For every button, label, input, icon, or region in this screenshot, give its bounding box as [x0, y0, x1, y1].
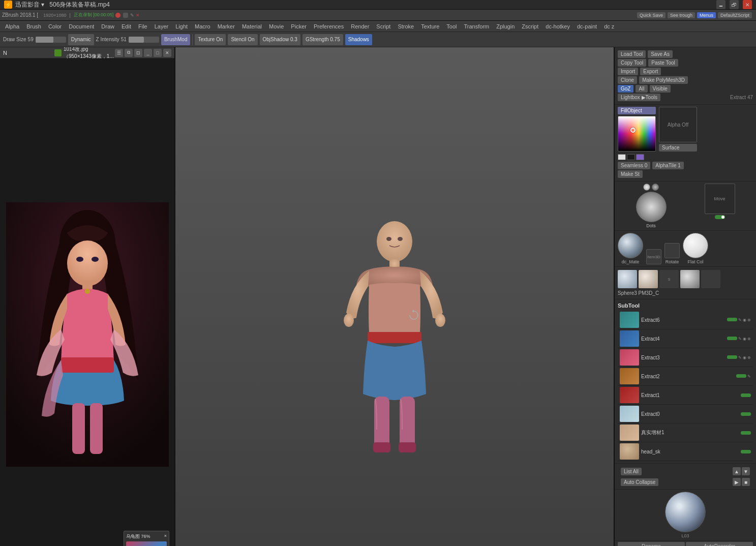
swatch-black[interactable]: [627, 154, 635, 160]
dots-brush-1[interactable]: [643, 184, 650, 191]
list-all-btn[interactable]: List All: [621, 468, 642, 475]
make-polymesh-btn[interactable]: Make PolyMesh3D: [639, 76, 688, 84]
lp-menu-btn[interactable]: ☰: [115, 49, 123, 57]
menu-macro[interactable]: Macro: [192, 21, 214, 32]
subtool-item-extract1[interactable]: Extract1: [618, 386, 753, 405]
dc-mate-sphere[interactable]: [618, 233, 643, 258]
flat-col-sphere[interactable]: [683, 233, 708, 258]
subtool-item-extract3[interactable]: Extract3 ✎ ◉ ⊕: [618, 348, 753, 367]
subtool-item-extract4[interactable]: Extract4 ✎ ◉ ⊕: [618, 329, 753, 348]
save-as-btn[interactable]: Save As: [648, 50, 673, 58]
g-strength-btn[interactable]: GStrength 0.75: [303, 34, 343, 45]
color-picker-area[interactable]: [618, 116, 656, 151]
rotate-small-btn[interactable]: [664, 243, 680, 258]
fill-object-btn[interactable]: FillObject: [618, 107, 656, 114]
subtool-item-head[interactable]: head_sk: [618, 442, 753, 461]
make-st-btn[interactable]: Make St: [618, 170, 643, 178]
menu-stroke[interactable]: Stroke: [395, 21, 417, 32]
menu-texture[interactable]: Texture: [418, 21, 442, 32]
menu-material[interactable]: Material: [239, 21, 265, 32]
e0-toggle[interactable]: [741, 412, 751, 416]
auto-down-btn[interactable]: ■: [742, 478, 750, 486]
thumb-close[interactable]: ×: [164, 533, 167, 540]
e4-toggle[interactable]: [727, 337, 737, 340]
lp-minimize-btn[interactable]: _: [144, 49, 152, 57]
lp-maximize-btn[interactable]: ⊡: [134, 49, 142, 57]
menu-movie[interactable]: Movie: [266, 21, 287, 32]
close-btn[interactable]: ✕: [743, 0, 752, 9]
lightbox-tools-btn[interactable]: Lightbox ▶Tools: [618, 94, 660, 101]
stencil-on-btn[interactable]: Stencil On: [228, 34, 257, 45]
menu-marker[interactable]: Marker: [215, 21, 238, 32]
menu-light[interactable]: Light: [172, 21, 191, 32]
simple-b-thumb[interactable]: [680, 270, 700, 288]
goz-btn[interactable]: GoZ: [618, 85, 633, 93]
e2-toggle[interactable]: [736, 374, 746, 378]
copy-tool-btn[interactable]: Copy Tool: [618, 59, 646, 67]
subtool-item-extract2[interactable]: Extract2 ✎: [618, 367, 753, 386]
paste-tool-btn[interactable]: Paste Tool: [648, 59, 678, 67]
alpha-off-box[interactable]: Alpha Off: [659, 107, 697, 142]
import-btn[interactable]: Import: [618, 68, 638, 75]
draw-size-slider[interactable]: [36, 37, 66, 43]
default-zscript-btn[interactable]: DefaultZScript: [718, 12, 752, 18]
menu-zscript[interactable]: Zscript: [519, 21, 541, 32]
surface-btn[interactable]: Surface: [659, 144, 697, 151]
texture-on-btn[interactable]: Texture On: [195, 34, 226, 45]
clone-btn[interactable]: Clone: [618, 76, 637, 84]
real1-toggle[interactable]: [741, 431, 751, 435]
shadows-btn[interactable]: Shadows: [345, 34, 372, 45]
obj-shadow-btn[interactable]: ObjShadow 0.3: [260, 34, 300, 45]
quick-save-btn[interactable]: Quick Save: [637, 12, 666, 18]
menu-dc-paint[interactable]: dc-paint: [574, 21, 600, 32]
subtool-item-real1[interactable]: 真实增材1: [618, 423, 753, 442]
menu-layer[interactable]: Layer: [152, 21, 172, 32]
e6-icon1[interactable]: ✎: [738, 318, 742, 322]
move-toggle[interactable]: [715, 215, 725, 219]
e6-icon2[interactable]: ◉: [743, 318, 746, 322]
menu-alpha[interactable]: Alpha: [2, 21, 22, 32]
menu-document[interactable]: Document: [66, 21, 97, 32]
auto-up-btn[interactable]: ▶: [733, 478, 741, 486]
item3d-btn[interactable]: Item3D: [646, 249, 661, 264]
restore-btn[interactable]: 🗗: [730, 0, 739, 9]
dynamic-btn[interactable]: Dynamic: [68, 34, 94, 45]
subtool-item-extract6[interactable]: Extract6 ✎ ◉ ⊕: [618, 311, 753, 329]
menu-render[interactable]: Render: [348, 21, 372, 32]
e6-icon3[interactable]: ⊕: [747, 318, 751, 322]
menu-dc-hotkey[interactable]: dc-hotkey: [542, 21, 573, 32]
dots-large-brush[interactable]: [636, 192, 667, 222]
menu-draw[interactable]: Draw: [98, 21, 117, 32]
e3-toggle[interactable]: [727, 355, 737, 359]
menu-brush[interactable]: Brush: [23, 21, 44, 32]
dots-brush-2[interactable]: [652, 184, 659, 191]
sphere3d-thumb[interactable]: [618, 270, 637, 288]
subtool-item-extract0[interactable]: Extract0: [618, 405, 753, 423]
lp-duplicate-btn[interactable]: ⧉: [125, 49, 133, 57]
swatch-white[interactable]: [618, 154, 626, 160]
menu-edit[interactable]: Edit: [118, 21, 134, 32]
canvas-background[interactable]: [175, 47, 614, 546]
menu-file[interactable]: File: [135, 21, 150, 32]
brush-mod-btn[interactable]: BrushMod: [161, 34, 191, 45]
list-up-btn[interactable]: ▲: [733, 467, 741, 475]
l03-sphere[interactable]: [665, 492, 706, 532]
menu-tool[interactable]: Tool: [443, 21, 460, 32]
all-btn[interactable]: All: [636, 85, 647, 93]
seamless-btn[interactable]: Seamless 0: [618, 162, 650, 169]
alpha-tile-btn[interactable]: AlphaTile 1: [652, 162, 684, 169]
list-down-btn[interactable]: ▼: [742, 467, 750, 475]
visible-btn[interactable]: Visible: [650, 85, 671, 93]
export-btn[interactable]: Export: [640, 68, 661, 75]
lp-close-btn[interactable]: ✕: [163, 49, 171, 57]
rename-btn[interactable]: Rename: [618, 542, 685, 546]
swatch-purple[interactable]: [636, 154, 644, 160]
minimize-btn[interactable]: 🗕: [716, 0, 725, 9]
menu-color[interactable]: Color: [45, 21, 65, 32]
lp-restore-btn[interactable]: □: [154, 49, 162, 57]
load-tool-btn[interactable]: Load Tool: [618, 50, 646, 58]
draw-size-control[interactable]: Draw Size 59: [3, 37, 34, 42]
e1-toggle[interactable]: [741, 393, 751, 397]
menu-preferences[interactable]: Preferences: [311, 21, 347, 32]
menus-btn[interactable]: Menus: [697, 12, 716, 18]
